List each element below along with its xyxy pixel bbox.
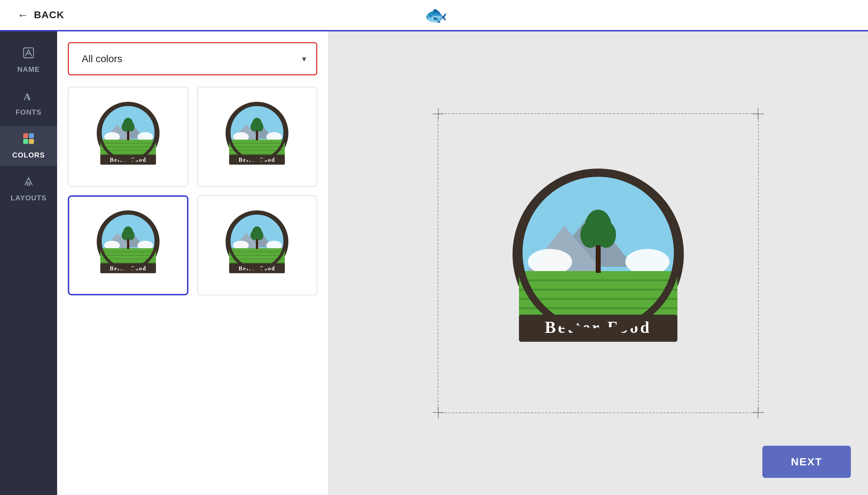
logo-grid: Better Food (68, 87, 317, 295)
sidebar-item-fonts[interactable]: A FONTS (0, 83, 57, 123)
back-arrow-icon: ← (17, 9, 29, 22)
svg-rect-4 (23, 139, 28, 144)
sidebar-colors-label: COLORS (12, 151, 45, 159)
svg-text:A: A (24, 91, 31, 102)
colors-icon (22, 132, 35, 148)
topbar: ← BACK 🐟 (0, 0, 868, 31)
svg-point-84 (625, 249, 670, 275)
corner-bl-icon (433, 407, 444, 418)
mascot-icon: 🐟 (424, 4, 448, 26)
next-button[interactable]: NEXT (762, 446, 851, 478)
logo-card-4[interactable]: Better Food (197, 195, 318, 295)
sidebar-fonts-label: FONTS (16, 108, 42, 116)
sidebar-item-layouts[interactable]: LAYOUTS (0, 169, 57, 209)
svg-point-21 (127, 122, 135, 131)
back-button[interactable]: ← BACK (17, 9, 64, 22)
svg-point-83 (528, 249, 572, 275)
svg-rect-5 (29, 139, 34, 144)
svg-point-75 (256, 231, 263, 240)
sidebar-name-label: NAME (17, 65, 40, 74)
corner-tl-icon (433, 108, 444, 120)
logo-card-1[interactable]: Better Food (68, 87, 188, 187)
layouts-icon (22, 175, 35, 191)
preview-logo: Better Food (498, 163, 698, 363)
logo-area: 🐟 (424, 4, 448, 26)
color-filter-container: All colors Blue Green Red Yellow Purple … (69, 43, 316, 74)
sidebar-item-colors[interactable]: COLORS (0, 126, 57, 166)
corner-tr-icon (752, 108, 764, 120)
svg-rect-3 (29, 133, 34, 138)
sidebar-layouts-label: LAYOUTS (11, 194, 47, 202)
svg-rect-2 (23, 133, 28, 138)
fonts-icon: A (22, 89, 35, 105)
corner-br-icon (752, 407, 764, 418)
logo-card-3[interactable]: Better Food (68, 195, 188, 295)
canvas-dotted-border: Better Food (438, 113, 759, 413)
svg-point-6 (27, 182, 30, 185)
svg-point-57 (127, 231, 135, 240)
logo-card-2[interactable]: Better Food (197, 87, 318, 187)
main-layout: NAME A FONTS COLORS (0, 31, 868, 495)
color-filter-wrapper: All colors Blue Green Red Yellow Purple … (68, 42, 317, 75)
color-filter-select[interactable]: All colors Blue Green Red Yellow Purple (69, 43, 316, 74)
canvas-area: Better Food NEXT (328, 31, 868, 495)
sidebar-item-name[interactable]: NAME (0, 40, 57, 80)
colors-panel: All colors Blue Green Red Yellow Purple … (57, 31, 328, 495)
name-icon (22, 46, 35, 62)
sidebar: NAME A FONTS COLORS (0, 31, 57, 495)
svg-point-39 (256, 122, 263, 131)
svg-point-94 (596, 221, 616, 248)
back-label: BACK (34, 9, 64, 21)
